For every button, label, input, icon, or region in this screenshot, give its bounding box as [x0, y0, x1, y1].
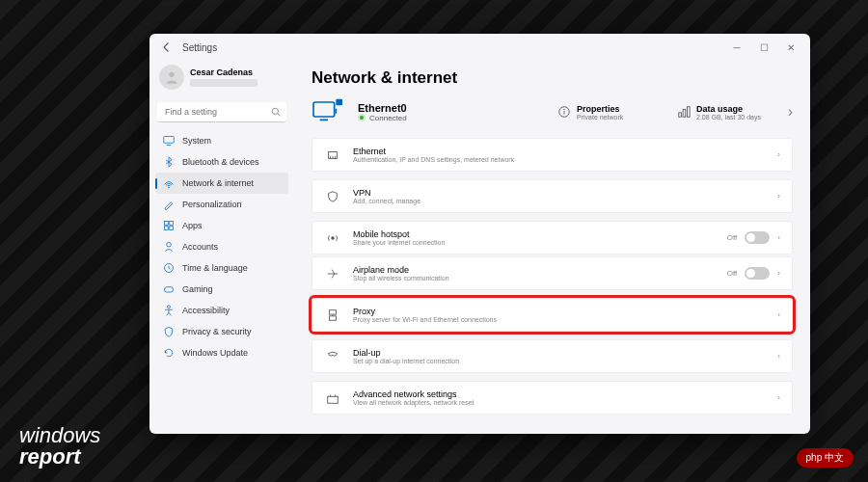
- properties-sub: Private network: [577, 114, 623, 120]
- nav-list: System Bluetooth & devices Network & int…: [155, 130, 288, 363]
- svg-point-20: [563, 109, 564, 110]
- sidebar-item-privacy[interactable]: Privacy & security: [155, 321, 288, 342]
- hotspot-icon: [324, 231, 341, 245]
- user-name: Cesar Cadenas: [190, 67, 258, 77]
- user-email-redacted: [190, 79, 258, 87]
- card-dialup[interactable]: Dial-upSet up a dial-up internet connect…: [312, 339, 793, 373]
- sidebar-item-label: System: [182, 136, 211, 146]
- sidebar-item-accounts[interactable]: Accounts: [155, 236, 288, 257]
- computer-icon: [312, 97, 344, 126]
- svg-point-1: [272, 108, 278, 114]
- data-usage-link[interactable]: Data usage 2.08 GB, last 30 days ›: [677, 103, 793, 120]
- card-sub: View all network adapters, network reset: [353, 399, 766, 406]
- card-sub: Proxy server for Wi-Fi and Ethernet conn…: [353, 316, 766, 323]
- minimize-button[interactable]: ─: [723, 36, 750, 59]
- card-airplane-mode[interactable]: Airplane modeStop all wireless communica…: [312, 256, 793, 290]
- svg-rect-14: [313, 102, 335, 117]
- back-button[interactable]: [155, 41, 178, 53]
- card-title: Mobile hotspot: [353, 229, 716, 239]
- sidebar-item-label: Windows Update: [182, 348, 248, 358]
- card-title: VPN: [353, 188, 766, 198]
- network-icon: [163, 177, 175, 189]
- info-icon: [557, 105, 571, 119]
- ethernet-icon: [324, 148, 341, 162]
- sidebar-item-network[interactable]: Network & internet: [155, 173, 288, 194]
- watermark-php: php 中文: [797, 448, 854, 468]
- sidebar-item-gaming[interactable]: Gaming: [155, 279, 288, 300]
- properties-label: Properties: [577, 104, 623, 114]
- chevron-right-icon: ›: [777, 269, 780, 278]
- card-sub: Set up a dial-up internet connection: [353, 358, 766, 364]
- svg-rect-7: [170, 222, 174, 226]
- svg-rect-12: [165, 287, 174, 292]
- main-content: Network & internet Ethernet0 Connected P…: [294, 61, 810, 434]
- sidebar-item-label: Personalization: [182, 200, 242, 209]
- card-vpn[interactable]: VPNAdd, connect, manage ›: [312, 179, 793, 213]
- data-usage-label: Data usage: [696, 104, 761, 114]
- properties-link[interactable]: Properties Private network: [557, 104, 664, 120]
- card-proxy[interactable]: ProxyProxy server for Wi-Fi and Ethernet…: [312, 298, 793, 332]
- apps-icon: [163, 220, 175, 231]
- svg-rect-32: [328, 396, 339, 403]
- system-icon: [163, 135, 175, 147]
- sidebar-item-bluetooth[interactable]: Bluetooth & devices: [155, 151, 288, 173]
- connection-status: Connected: [358, 114, 407, 122]
- accessibility-icon: [163, 305, 175, 316]
- close-button[interactable]: ✕: [777, 36, 804, 59]
- personalization-icon: [163, 199, 175, 210]
- clock-icon: [163, 262, 175, 274]
- chevron-right-icon: ›: [777, 192, 780, 201]
- svg-rect-3: [164, 137, 175, 144]
- sidebar-item-personalization[interactable]: Personalization: [155, 194, 288, 215]
- update-icon: [163, 347, 175, 359]
- sidebar-item-label: Gaming: [182, 284, 213, 294]
- chevron-right-icon: ›: [777, 233, 780, 242]
- search-icon: [271, 107, 281, 117]
- maximize-button[interactable]: ☐: [750, 36, 777, 59]
- sidebar-item-apps[interactable]: Apps: [155, 215, 288, 236]
- back-arrow-icon: [161, 41, 173, 53]
- svg-rect-29: [330, 309, 337, 313]
- adapter-name: Ethernet0: [358, 102, 407, 114]
- card-sub: Authentication, IP and DNS settings, met…: [353, 156, 766, 163]
- svg-rect-30: [330, 315, 337, 319]
- sidebar-item-label: Accessibility: [182, 306, 230, 315]
- svg-rect-21: [679, 113, 682, 117]
- bluetooth-icon: [163, 156, 175, 168]
- svg-line-2: [278, 114, 281, 117]
- card-ethernet[interactable]: EthernetAuthentication, IP and DNS setti…: [312, 138, 793, 172]
- toggle-switch[interactable]: [745, 267, 770, 280]
- search-input[interactable]: [157, 102, 286, 122]
- sidebar-item-time[interactable]: Time & language: [155, 257, 288, 279]
- sidebar-item-label: Apps: [182, 221, 203, 230]
- settings-window: Settings ─ ☐ ✕ Cesar Cadenas: [149, 34, 810, 434]
- dialup-icon: [324, 350, 341, 363]
- card-advanced-network[interactable]: Advanced network settingsView all networ…: [312, 381, 793, 415]
- svg-point-10: [167, 243, 172, 248]
- svg-point-5: [168, 187, 170, 189]
- user-profile[interactable]: Cesar Cadenas: [155, 61, 288, 97]
- search-wrap: [157, 101, 286, 122]
- svg-rect-9: [170, 227, 174, 230]
- sidebar: Cesar Cadenas System Bluetooth & devices…: [149, 61, 294, 434]
- card-title: Ethernet: [353, 147, 766, 156]
- airplane-icon: [324, 267, 341, 281]
- connection-info: Ethernet0 Connected: [358, 102, 407, 122]
- svg-point-0: [169, 72, 174, 77]
- person-icon: [164, 69, 179, 85]
- sidebar-item-accessibility[interactable]: Accessibility: [155, 300, 288, 321]
- chevron-right-icon: ›: [777, 310, 780, 319]
- sidebar-item-label: Bluetooth & devices: [182, 157, 259, 167]
- status-dot-icon: [358, 114, 366, 121]
- sidebar-item-label: Accounts: [182, 242, 218, 252]
- sidebar-item-system[interactable]: System: [155, 130, 288, 151]
- titlebar: Settings ─ ☐ ✕: [149, 34, 810, 61]
- sidebar-item-label: Privacy & security: [182, 327, 252, 336]
- toggle-label: Off: [727, 233, 738, 242]
- card-sub: Stop all wireless communication: [353, 275, 716, 281]
- data-usage-sub: 2.08 GB, last 30 days: [696, 114, 761, 120]
- toggle-switch[interactable]: [745, 231, 770, 244]
- card-mobile-hotspot[interactable]: Mobile hotspotShare your internet connec…: [312, 221, 793, 254]
- svg-rect-16: [336, 99, 342, 106]
- sidebar-item-update[interactable]: Windows Update: [155, 342, 288, 363]
